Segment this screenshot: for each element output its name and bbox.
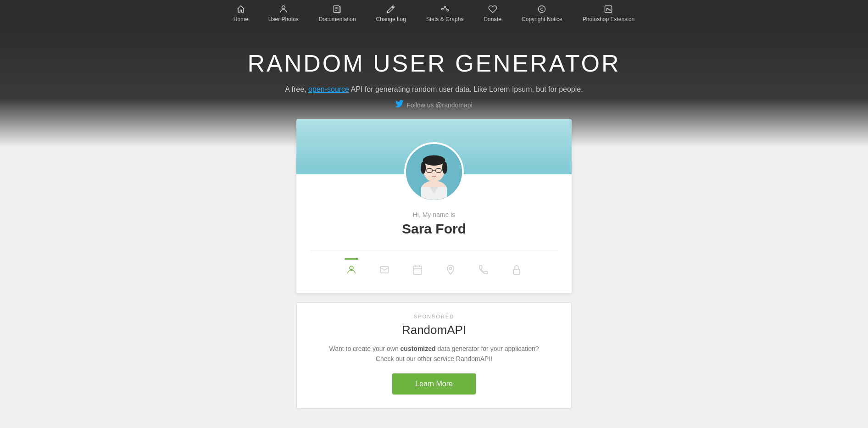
nav-copyright-label: Copyright Notice [522, 16, 562, 22]
main-content: Hi, My name is Sara Ford [0, 119, 868, 427]
sponsored-card: SPONSORED RandomAPI Want to create your … [296, 302, 572, 409]
calendar-icon-btn[interactable] [408, 260, 427, 279]
learn-more-button[interactable]: Learn More [392, 373, 476, 395]
twitter-text: Follow us @randomapi [406, 101, 472, 109]
copyright-icon [537, 5, 546, 15]
twitter-follow[interactable]: Follow us @randomapi [9, 100, 859, 110]
svg-point-12 [423, 155, 445, 166]
lock-icon [511, 264, 522, 275]
info-icons-row [310, 250, 558, 279]
subtitle-text-after: API for generating random user data. Lik… [349, 85, 583, 93]
svg-rect-22 [513, 269, 520, 274]
phone-icon [478, 264, 489, 275]
phone-icon-btn[interactable] [474, 260, 493, 279]
open-source-link[interactable]: open-source [308, 85, 349, 93]
svg-point-2 [441, 8, 443, 10]
svg-rect-20 [413, 266, 422, 274]
avatar-wrapper [404, 142, 464, 202]
nav-documentation-label: Documentation [319, 16, 356, 22]
svg-point-14 [442, 161, 447, 173]
nav-donate[interactable]: Donate [473, 1, 512, 26]
user-name: Sara Ford [310, 221, 558, 237]
pencil-icon [386, 5, 395, 15]
nav-user-photos-label: User Photos [268, 16, 299, 22]
sponsored-desc-bold: customized [401, 345, 436, 352]
photoshop-icon: Ps [604, 5, 613, 15]
subtitle-text-before: A free, [285, 85, 308, 93]
person-icon [279, 5, 288, 15]
avatar [404, 142, 464, 202]
svg-point-5 [539, 6, 545, 12]
nav-change-log-label: Change Log [376, 16, 406, 22]
svg-point-0 [282, 6, 285, 9]
svg-point-4 [447, 9, 448, 11]
sponsored-desc: Want to create your own customized data … [311, 344, 557, 364]
nav-change-log[interactable]: Change Log [366, 1, 416, 26]
user-card-header [296, 119, 572, 174]
hero-title: RANDOM USER GENERATOR [9, 50, 859, 77]
user-card: Hi, My name is Sara Ford [296, 119, 572, 293]
nav-donate-label: Donate [484, 16, 501, 22]
sponsored-desc-before: Want to create your own [329, 345, 400, 352]
svg-rect-19 [380, 267, 389, 273]
graph-icon [440, 5, 450, 15]
nav-copyright[interactable]: Copyright Notice [512, 1, 573, 26]
email-icon [379, 264, 390, 275]
svg-point-3 [444, 6, 445, 8]
nav-stats-graphs-label: Stats & Graphs [426, 16, 463, 22]
svg-point-13 [421, 161, 426, 173]
nav-photoshop-label: Photoshop Extension [583, 16, 634, 22]
location-icon [445, 264, 456, 275]
heart-icon [488, 5, 497, 15]
svg-rect-1 [334, 6, 339, 12]
nav-home-label: Home [234, 16, 248, 22]
nav-home[interactable]: Home [223, 1, 258, 26]
svg-point-21 [450, 267, 452, 270]
password-icon-btn[interactable] [507, 260, 526, 279]
nav-stats-graphs[interactable]: Stats & Graphs [416, 1, 473, 26]
nav-documentation[interactable]: Documentation [309, 1, 366, 26]
hero-subtitle: A free, open-source API for generating r… [9, 85, 859, 94]
profile-icon [346, 264, 357, 275]
main-nav: Home User Photos Documentation Chan [0, 0, 868, 27]
twitter-icon [395, 100, 404, 110]
sponsored-title: RandomAPI [311, 323, 557, 337]
svg-point-18 [350, 266, 353, 270]
book-icon [333, 5, 342, 15]
nav-user-photos[interactable]: User Photos [258, 1, 309, 26]
home-icon [236, 5, 245, 15]
location-icon-btn[interactable] [441, 260, 460, 279]
email-icon-btn[interactable] [375, 260, 394, 279]
avatar-svg [406, 142, 462, 202]
calendar-icon [412, 264, 423, 275]
nav-photoshop[interactable]: Ps Photoshop Extension [573, 1, 645, 26]
profile-icon-btn[interactable] [342, 260, 361, 279]
user-greeting: Hi, My name is [310, 211, 558, 218]
svg-text:Ps: Ps [606, 7, 611, 12]
sponsored-label: SPONSORED [311, 314, 557, 319]
